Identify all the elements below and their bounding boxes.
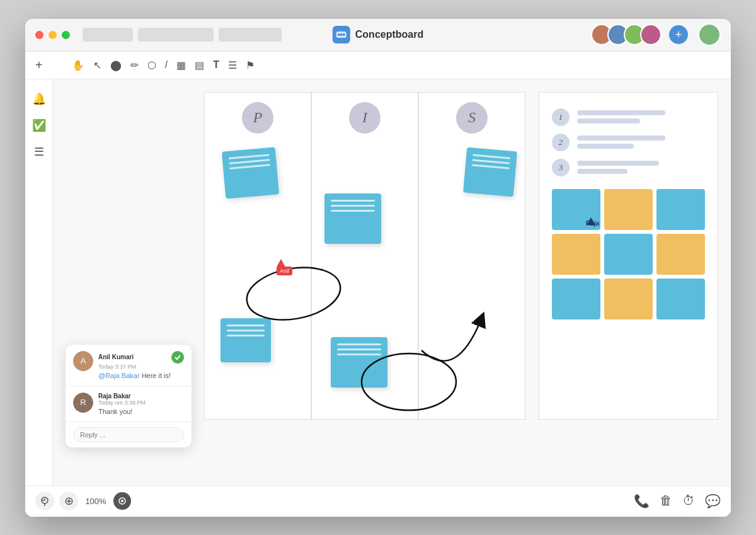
right-panel: 1 2 3 [539,92,718,420]
kanban-column-s: S [418,92,525,420]
svg-point-11 [121,500,123,502]
chat-message-1: A Anil Kumari Today 3:37 PM @Raja Bakar … [66,345,192,386]
chat-badge-icon [171,351,184,364]
tasks-icon[interactable]: ✅ [32,118,46,132]
column-i-header: I [349,102,381,134]
titlebar-tabs [83,28,282,42]
kanban-column-p: P [204,92,311,420]
bottom-left-controls: ⊕ 100% [35,492,131,510]
close-button[interactable] [35,31,43,39]
chat-content-2: Raja Bakar Today um 3:39 PM Thank you! [98,393,184,415]
sticky-note-p2[interactable] [220,318,271,362]
avatar-group [591,24,662,45]
flag-tool-icon[interactable]: ⚑ [246,59,255,71]
timer-icon[interactable]: ⏱ [682,493,695,509]
avatar-4 [640,24,662,45]
zoom-indicator[interactable] [113,492,131,510]
column-p-header: P [242,102,273,134]
add-collaborator-button[interactable]: + [669,25,688,44]
chat-icon[interactable]: 💬 [705,493,721,509]
phone-icon[interactable]: 📞 [634,493,650,509]
bottom-right-controls: 📞 🗑 ⏱ 💬 [634,493,721,509]
grid-cell-7[interactable] [552,279,600,319]
zoom-in-button[interactable]: ⊕ [59,492,78,510]
chat-message-2: R Raja Bakar Today um 3:39 PM Thank you! [66,386,192,422]
titlebar-center: Conceptboard [333,26,423,43]
chat-time-raja: Today um 3:39 PM [98,400,184,406]
sticky-note-p1[interactable] [222,147,279,198]
line-tool-icon[interactable]: / [165,59,168,71]
grid-cell-3[interactable] [656,189,705,230]
sticky-note-s1[interactable] [463,147,517,197]
chat-mention: @Raja Bakar [98,372,140,379]
grid-cell-9[interactable] [656,279,705,319]
canvas[interactable]: P I [53,79,731,485]
chat-avatar-raja: R [73,393,93,413]
list-item-1: 1 [552,108,705,126]
number-3: 3 [552,159,570,176]
add-element-button[interactable]: + [35,58,43,72]
grid-cell-6[interactable] [656,234,705,275]
shape-tool-icon[interactable]: ⬤ [110,59,122,71]
fill-tool-icon[interactable]: ⬡ [147,59,156,71]
table-tool-icon[interactable]: ▤ [195,59,204,71]
chat-text-1: @Raja Bakar Here it is! [98,372,184,379]
grid-cell-1[interactable]: Raja [552,189,600,230]
grid-cell-8[interactable] [604,279,653,319]
chat-name-raja: Raja Bakar [98,393,131,400]
list-tool-icon[interactable]: ☰ [228,59,237,71]
number-1: 1 [552,108,570,126]
sticky-note-i1[interactable] [324,193,381,244]
frame-tool-icon[interactable]: ▦ [176,59,186,71]
svg-point-2 [340,33,343,36]
toolbar: + ✋ ↖ ⬤ ✏ ⬡ / ▦ ▤ T ☰ ⚑ [25,52,731,79]
grid-cell-5[interactable] [604,234,653,275]
color-grid: Raja [552,189,705,319]
chat-reply-area [66,422,192,447]
main-area: 🔔 ✅ ☰ P [25,79,731,485]
minimize-button[interactable] [49,31,57,39]
list-item-3: 3 [552,159,705,176]
menu-icon[interactable]: ☰ [34,145,44,159]
chat-name-anil: Anil Kumari [98,354,134,360]
app-logo-icon [333,26,350,43]
chat-panel: A Anil Kumari Today 3:37 PM @Raja Bakar … [66,345,192,447]
text-tool-icon[interactable]: T [213,59,219,71]
hand-tool-icon[interactable]: ✋ [72,59,84,71]
traffic-lights [35,31,70,39]
notifications-icon[interactable]: 🔔 [32,92,46,106]
trash-icon[interactable]: 🗑 [660,493,672,509]
numbered-list: 1 2 3 [552,108,705,176]
titlebar-right: + [591,23,721,46]
sticky-note-i2[interactable] [331,337,387,388]
chat-time-anil: Today 3:37 PM [98,364,184,370]
svg-point-1 [338,33,340,36]
tab-2[interactable] [138,28,214,42]
chat-avatar-anil: A [73,351,93,371]
number-2: 2 [552,134,570,151]
anil-cursor: Anil [277,259,292,275]
titlebar: Conceptboard + [25,19,731,52]
zoom-level-display: 100% [83,497,108,506]
left-sidebar: 🔔 ✅ ☰ [25,79,53,485]
column-s-header: S [456,102,488,134]
maximize-button[interactable] [62,31,70,39]
chat-reply-input[interactable] [73,427,184,442]
raja-cursor-label: Raja [586,220,599,227]
location-button[interactable] [35,492,54,510]
grid-cell-2[interactable] [604,189,653,230]
list-item-2: 2 [552,134,705,151]
tab-1[interactable] [83,28,133,42]
tab-3[interactable] [219,28,282,42]
anil-cursor-label: Anil [277,267,292,275]
pen-tool-icon[interactable]: ✏ [130,59,139,71]
kanban-column-i: I [311,92,418,420]
select-tool-icon[interactable]: ↖ [93,59,101,71]
chat-text-2: Thank you! [98,408,184,415]
toolbar-tools: ✋ ↖ ⬤ ✏ ⬡ / ▦ ▤ T ☰ ⚑ [72,59,255,71]
app-title: Conceptboard [355,29,423,40]
chat-content-1: Anil Kumari Today 3:37 PM @Raja Bakar He… [98,351,184,379]
grid-cell-4[interactable] [552,234,600,275]
svg-point-3 [343,33,345,36]
bottom-bar: ⊕ 100% 📞 🗑 ⏱ 💬 [25,485,731,517]
